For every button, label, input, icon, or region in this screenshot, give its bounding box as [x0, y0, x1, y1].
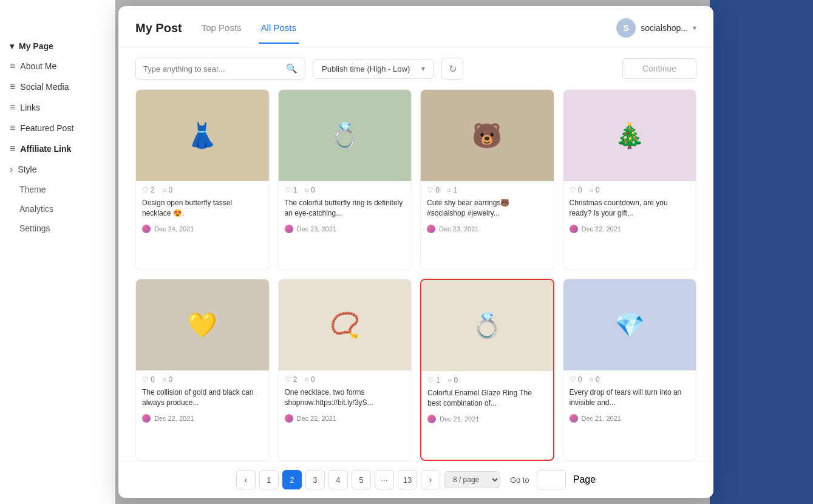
goto-label: Go to: [510, 475, 529, 485]
search-input[interactable]: [143, 64, 281, 73]
modal-header: My Post Top Posts All Posts S socialshop…: [118, 6, 713, 48]
post-description: One necklace, two forms shopnow:https://…: [279, 386, 412, 412]
post-comments: ○ 1: [447, 186, 457, 194]
post-meta: ♡ 0○ 0: [136, 370, 269, 386]
sidebar-item-style[interactable]: › Style: [0, 159, 115, 180]
post-comments: ○ 0: [162, 375, 172, 384]
post-likes: ♡ 1: [285, 186, 298, 194]
modal-toolbar: 🔍 Publish time (High - Low) ▾ ↻ Continue: [118, 48, 713, 89]
sidebar-item-affiliate-link[interactable]: ≡ Affiliate Link: [0, 138, 115, 159]
chevron-right-icon: ›: [10, 164, 13, 175]
goto-input[interactable]: [537, 470, 566, 489]
post-description: Cute shy bear earrings🐻 #socialshop #jew…: [421, 197, 554, 222]
page-button-4[interactable]: 4: [328, 470, 348, 489]
sidebar-item-links[interactable]: ≡ Links: [0, 97, 115, 118]
menu-icon: ≡: [10, 61, 15, 72]
post-meta: ♡ 0○ 0: [563, 370, 696, 386]
date-dot-icon: [570, 414, 578, 423]
sidebar-my-page[interactable]: ▾ My Page: [0, 36, 115, 56]
menu-icon: ≡: [10, 123, 15, 134]
post-meta: ♡ 1○ 0: [421, 371, 553, 387]
tab-all-posts[interactable]: All Posts: [259, 22, 299, 44]
user-name: socialshop...: [641, 23, 688, 33]
post-likes: ♡ 2: [142, 186, 155, 194]
chevron-down-icon: ▾: [421, 64, 425, 73]
post-likes: ♡ 0: [570, 375, 582, 384]
post-card[interactable]: 💎♡ 0○ 0Every drop of tears will turn int…: [563, 279, 697, 461]
page-button-1[interactable]: 1: [259, 470, 279, 489]
menu-icon: ≡: [10, 81, 15, 92]
sort-select[interactable]: Publish time (High - Low) ▾: [313, 59, 434, 79]
post-meta: ♡ 1○ 0: [279, 181, 412, 197]
per-page-select[interactable]: 8 / page 16 / page 24 / page: [444, 471, 500, 488]
post-description: Colorful Enamel Glaze Ring The best comb…: [421, 387, 553, 412]
tab-top-posts[interactable]: Top Posts: [199, 22, 244, 44]
menu-icon: ≡: [10, 102, 15, 113]
post-meta: ♡ 0○ 1: [421, 181, 554, 197]
chevron-down-icon: ▾: [10, 41, 14, 51]
posts-grid: 👗♡ 2○ 0Design open butterfly tassel neck…: [118, 89, 713, 461]
date-dot-icon: [285, 414, 293, 423]
post-date: Dec 23, 2021: [279, 222, 412, 238]
chevron-down-icon: ▾: [693, 24, 696, 32]
page-button-2[interactable]: 2: [282, 470, 302, 489]
post-likes: ♡ 0: [427, 186, 440, 194]
continue-button[interactable]: Continue: [622, 58, 696, 79]
prev-page-button[interactable]: ‹: [236, 470, 256, 489]
post-likes: ♡ 1: [427, 376, 440, 384]
post-date: Dec 22, 2021: [136, 412, 269, 427]
post-card[interactable]: 💍♡ 1○ 0The colorful butterfly ring is de…: [278, 89, 412, 270]
post-likes: ♡ 2: [285, 375, 298, 384]
search-icon: 🔍: [286, 63, 298, 74]
post-date: Dec 23, 2021: [421, 222, 554, 238]
post-comments: ○ 0: [162, 186, 172, 194]
post-card[interactable]: 🐻♡ 0○ 1Cute shy bear earrings🐻 #socialsh…: [420, 89, 554, 270]
page-button-3[interactable]: 3: [305, 470, 325, 489]
post-card[interactable]: 💍♡ 1○ 0Colorful Enamel Glaze Ring The be…: [420, 279, 554, 461]
modal-post-selector: My Post Top Posts All Posts S socialshop…: [118, 6, 713, 498]
post-comments: ○ 0: [305, 186, 315, 194]
post-description: The collision of gold and black can alwa…: [136, 386, 269, 412]
date-dot-icon: [427, 225, 435, 233]
page-button-5[interactable]: 5: [352, 470, 371, 489]
menu-icon: ≡: [10, 143, 15, 154]
sidebar-item-analytics[interactable]: Analytics: [0, 199, 115, 219]
refresh-button[interactable]: ↻: [441, 58, 463, 80]
date-dot-icon: [570, 225, 578, 233]
post-card[interactable]: 📿♡ 2○ 0One necklace, two forms shopnow:h…: [278, 279, 412, 461]
post-comments: ○ 0: [447, 376, 458, 384]
post-date: Dec 22, 2021: [279, 412, 412, 427]
sidebar-item-theme[interactable]: Theme: [0, 180, 115, 199]
date-dot-icon: [285, 225, 293, 233]
post-card[interactable]: 🎄♡ 0○ 0Christmas countdown, are you read…: [563, 89, 697, 270]
post-comments: ○ 0: [305, 375, 315, 384]
post-likes: ♡ 0: [570, 186, 582, 194]
date-dot-icon: [142, 225, 151, 233]
sidebar-item-settings[interactable]: Settings: [0, 219, 115, 238]
post-likes: ♡ 0: [142, 375, 155, 384]
search-box[interactable]: 🔍: [135, 58, 305, 80]
post-meta: ♡ 0○ 0: [563, 181, 696, 197]
post-meta: ♡ 2○ 0: [279, 370, 412, 386]
post-card[interactable]: 👗♡ 2○ 0Design open butterfly tassel neck…: [135, 89, 270, 270]
post-date: Dec 21, 2021: [563, 412, 696, 427]
post-description: Christmas countdown, are you ready? Is y…: [563, 197, 696, 222]
avatar: S: [616, 18, 636, 38]
date-dot-icon: [142, 414, 151, 423]
right-panel-content: [710, 0, 813, 24]
user-account-area[interactable]: S socialshop... ▾: [616, 18, 696, 47]
sidebar-item-featured-post[interactable]: ≡ Featured Post: [0, 118, 115, 138]
tab-my-post[interactable]: My Post: [135, 21, 182, 45]
right-panel: [710, 0, 813, 504]
post-description: Design open butterfly tassel necklace 😍.: [136, 197, 269, 222]
post-date: Dec 24, 2021: [136, 222, 269, 238]
post-card[interactable]: 💛♡ 0○ 0The collision of gold and black c…: [135, 279, 270, 461]
sort-label: Publish time (High - Low): [322, 64, 410, 73]
sidebar-item-about-me[interactable]: ≡ About Me: [0, 56, 115, 77]
post-comments: ○ 0: [590, 186, 600, 194]
page-button-13[interactable]: 13: [398, 470, 417, 489]
sidebar-item-social-media[interactable]: ≡ Social Media: [0, 77, 115, 97]
pagination: ‹ 1 2 3 4 5 ··· 13 › 8 / page 16 / page …: [118, 461, 713, 498]
next-page-button[interactable]: ›: [421, 470, 440, 489]
page-label: Page: [573, 474, 596, 485]
